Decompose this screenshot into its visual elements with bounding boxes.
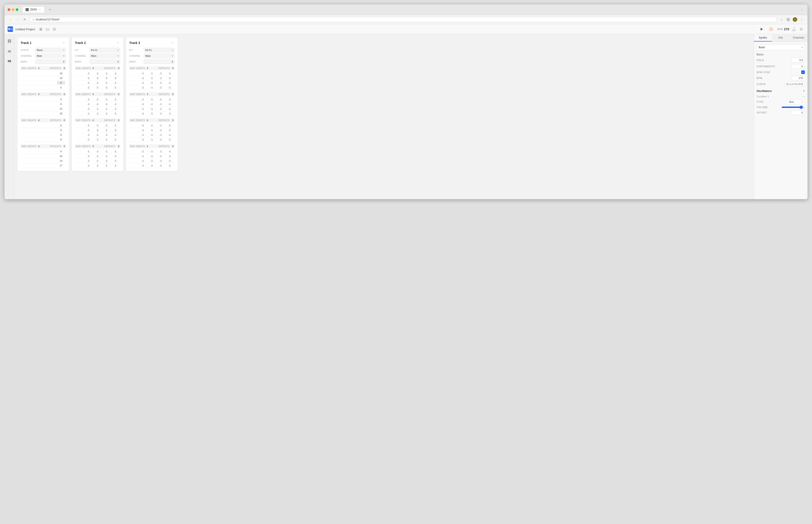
minimize-window-button[interactable] [12, 8, 14, 11]
beat-cell[interactable]: -1 [156, 159, 165, 163]
window-collapse-button[interactable]: ▾ [799, 7, 805, 12]
beat-cell[interactable]: 5 [57, 98, 65, 101]
beat-cell[interactable]: -1 [148, 76, 156, 80]
beat-cell[interactable]: -1 [166, 76, 173, 80]
beat-cell[interactable]: -1 [139, 138, 147, 141]
beat-cell[interactable]: -1 [102, 164, 110, 167]
beat-cell[interactable]: -1 [166, 102, 173, 106]
forward-button[interactable]: › [15, 17, 20, 22]
beat-cell[interactable]: 17 [57, 164, 65, 167]
beat-cell[interactable]: -1 [84, 107, 93, 111]
beat-cell[interactable]: -1 [102, 128, 110, 132]
maximize-window-button[interactable] [16, 8, 18, 11]
beat-cell[interactable]: -1 [166, 86, 173, 89]
save-icon[interactable] [38, 27, 44, 32]
beat-cell[interactable]: -1 [166, 164, 173, 167]
play-button[interactable] [758, 26, 765, 32]
beat-cell[interactable]: -1 [102, 76, 110, 80]
profile-icon[interactable]: U [792, 17, 798, 22]
beat-cell[interactable]: -1 [93, 150, 101, 153]
beat-cell[interactable]: -1 [156, 133, 165, 136]
beat-cell[interactable]: -1 [139, 102, 147, 106]
beat-cell[interactable]: -1 [139, 133, 147, 136]
beat-cell[interactable]: -1 [166, 128, 173, 132]
beat-cell[interactable]: -1 [102, 154, 110, 158]
beat-cell[interactable]: -1 [111, 76, 119, 80]
beat-cell[interactable]: 16 [57, 154, 65, 158]
beat-cell[interactable]: -1 [102, 112, 110, 115]
beat-cell[interactable]: -1 [102, 133, 110, 136]
beat-cell[interactable]: 13 [57, 159, 65, 163]
beat-cell[interactable]: -1 [139, 164, 147, 167]
beat-cell[interactable]: -1 [84, 112, 93, 115]
beat-cell[interactable]: -1 [102, 86, 110, 89]
beat-cell[interactable]: -1 [156, 71, 165, 75]
beat-cell[interactable]: -1 [139, 154, 147, 158]
beat-cell[interactable]: 10 [57, 76, 65, 80]
tab-channels[interactable]: Channels [790, 34, 808, 42]
beat-cell[interactable]: -1 [84, 71, 93, 75]
beat-cell[interactable]: -1 [156, 138, 165, 141]
beat-cell[interactable]: 8 [57, 133, 65, 136]
beat-cell[interactable]: -1 [93, 154, 101, 158]
star-icon[interactable]: ☆ [779, 17, 784, 22]
beat-cell[interactable]: -1 [139, 86, 147, 89]
beat-cell[interactable]: -1 [166, 112, 173, 115]
beat-cell[interactable]: -1 [102, 159, 110, 163]
beat-cell[interactable]: -1 [111, 133, 119, 136]
beat-cell[interactable]: -1 [102, 150, 110, 153]
hold-value[interactable]: 0.9 [791, 58, 805, 62]
beat-cell[interactable]: -1 [148, 154, 156, 158]
beat-cell[interactable]: -1 [111, 128, 119, 132]
beat-cell[interactable]: -1 [156, 164, 165, 167]
beat-cell[interactable]: -1 [102, 102, 110, 106]
beat-cell[interactable]: -1 [93, 86, 101, 89]
beat-cell[interactable]: -1 [156, 124, 165, 127]
beat-cell[interactable]: -1 [102, 81, 110, 85]
beat-cell[interactable]: -1 [156, 76, 165, 80]
beat-cell[interactable]: -1 [111, 112, 119, 115]
beat-cell[interactable]: -1 [111, 107, 119, 111]
beat-cell[interactable]: -1 [139, 150, 147, 153]
track-3-bars-value[interactable]: 4 [144, 60, 175, 64]
tab-kits[interactable]: Kits [772, 34, 790, 42]
menu-icon[interactable]: ⋮ [799, 17, 805, 22]
beat-cell[interactable]: -1 [111, 159, 119, 163]
beat-cell[interactable]: -1 [84, 138, 93, 141]
beat-cell[interactable]: -1 [93, 107, 101, 111]
beat-cell[interactable]: -1 [84, 128, 93, 132]
beat-cell[interactable]: -1 [84, 150, 93, 153]
beat-cell[interactable]: -1 [166, 133, 173, 136]
beat-cell[interactable]: -1 [148, 81, 156, 85]
oscillator-1-remove-button[interactable]: − [803, 95, 805, 98]
beat-cell[interactable]: -1 [166, 124, 173, 127]
track-2-kit-select[interactable]: Kit #1 ▾ [89, 48, 120, 52]
beat-cell[interactable]: -1 [166, 150, 173, 153]
address-bar[interactable]: ⊙ localhost:5173/zer0 [29, 17, 777, 22]
track-1-channel-select[interactable]: Main ▾ [35, 54, 66, 58]
beat-cell[interactable]: -1 [148, 150, 156, 153]
beat-cell[interactable]: -1 [166, 138, 173, 141]
beat-cell[interactable]: -1 [111, 102, 119, 106]
beat-cell[interactable]: -1 [93, 133, 101, 136]
beat-cell[interactable]: -1 [166, 107, 173, 111]
beat-cell[interactable]: -1 [148, 124, 156, 127]
beat-cell[interactable]: -1 [139, 159, 147, 163]
beat-cell[interactable]: -1 [156, 86, 165, 89]
beat-cell[interactable]: 6 [57, 128, 65, 132]
new-tab-button[interactable]: + [47, 7, 53, 12]
beat-cell[interactable]: -1 [111, 71, 119, 75]
beat-cell[interactable]: -1 [156, 81, 165, 85]
beat-cell[interactable]: -1 [156, 154, 165, 158]
beat-cell[interactable]: -1 [93, 159, 101, 163]
track-2-remove-button[interactable]: − [116, 40, 120, 45]
beat-cell[interactable]: -1 [156, 102, 165, 106]
beat-cell[interactable]: -1 [84, 86, 93, 89]
tab-synths[interactable]: Synths [754, 34, 772, 42]
beat-cell[interactable]: -1 [156, 150, 165, 153]
beat-cell[interactable]: -1 [148, 98, 156, 101]
settings-button[interactable] [798, 26, 805, 32]
track-2-channel-select[interactable]: Main ▾ [89, 54, 120, 58]
beat-cell[interactable]: -1 [166, 81, 173, 85]
export-icon[interactable] [52, 27, 57, 32]
